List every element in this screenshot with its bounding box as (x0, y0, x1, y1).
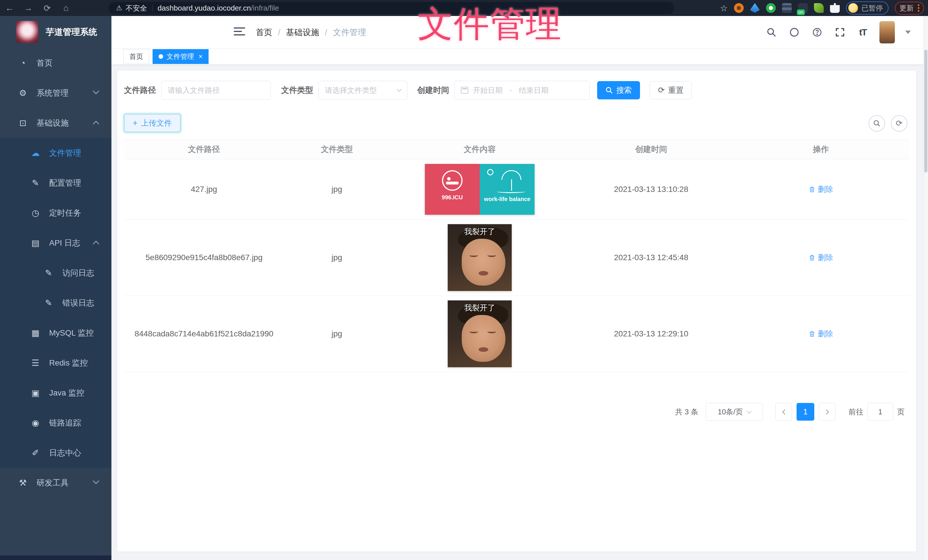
file-preview-baby-meme[interactable]: 我裂开了 (448, 224, 512, 291)
sidebar-item-config[interactable]: ✎ 配置管理 (0, 168, 111, 198)
bars-extension-icon[interactable] (782, 3, 792, 13)
content-card: 文件路径 请输入文件路径 文件类型 请选择文件类型 创建时间 开始日期 - 结束… (117, 70, 916, 551)
reset-button[interactable]: ⟳ 重置 (650, 81, 692, 99)
sidebar-item-dev-tools[interactable]: ⚒ 研发工具 (0, 468, 111, 498)
delete-button[interactable]: 删除 (809, 184, 833, 195)
leaf-extension-icon[interactable] (814, 3, 824, 13)
update-label: 更新 (899, 3, 914, 13)
browser-forward-icon[interactable]: → (19, 3, 38, 13)
table-row: 5e8609290e915c4fa8b08e67.jpg jpg 我裂开了 20… (124, 220, 909, 296)
sidebar-item-error-log[interactable]: ✎ 错误日志 (0, 288, 111, 318)
browser-menu-icon[interactable] (918, 4, 919, 12)
upload-button-label: 上传文件 (141, 118, 172, 128)
app-logo (16, 21, 38, 43)
extension-on-badge: on (797, 9, 805, 15)
paused-extension-chip[interactable]: 已暂停 (846, 2, 888, 15)
goto-page-input[interactable]: 1 (867, 403, 893, 421)
chevron-right-icon (824, 409, 829, 414)
check-extension-icon[interactable] (766, 3, 776, 13)
cell-file-content: 我裂开了 (390, 296, 570, 372)
tag-home[interactable]: 首页 (124, 49, 149, 64)
sidebar-item-infra[interactable]: ⊡ 基础设施 (0, 108, 111, 138)
plus-icon: + (133, 119, 138, 127)
col-file-content: 文件内容 (390, 139, 570, 159)
breadcrumb: 首页 / 基础设施 / 文件管理 (256, 27, 366, 38)
address-bar[interactable]: ⚠ 不安全 dashboard.yudao.iocoder.cn /infra/… (108, 2, 674, 14)
sidebar-item-java-monitor[interactable]: ▣ Java 监控 (0, 378, 111, 408)
sidebar-toggle-icon[interactable] (234, 27, 245, 38)
sidebar-item-access-log[interactable]: ✎ 访问日志 (0, 258, 111, 288)
sidebar-item-mysql-monitor[interactable]: ▦ MySQL 监控 (0, 318, 111, 348)
sidebar-item-label: 日志中心 (49, 447, 81, 458)
github-icon[interactable] (788, 26, 801, 38)
user-menu-caret-icon[interactable] (905, 30, 911, 34)
gear-extension-icon[interactable] (734, 3, 744, 13)
breadcrumb-infra[interactable]: 基础设施 (286, 27, 319, 38)
page-size-select[interactable]: 10条/页 (706, 403, 763, 421)
search-icon[interactable] (765, 26, 778, 38)
scrollbar[interactable] (923, 16, 928, 560)
reset-button-label: 重置 (668, 85, 684, 95)
browser-back-icon[interactable]: ← (0, 3, 19, 13)
sidebar-logo-row[interactable]: 芋道管理系统 (0, 16, 111, 48)
tag-file-management[interactable]: 文件管理 × (153, 49, 209, 64)
drop-extension-icon[interactable] (750, 3, 760, 13)
upload-file-button[interactable]: + 上传文件 (124, 114, 180, 132)
fullscreen-icon[interactable] (834, 26, 846, 38)
omnibox-divider (152, 4, 153, 12)
sidebar-item-system[interactable]: ⚙ 系统管理 (0, 78, 111, 108)
tag-close-icon[interactable]: × (198, 53, 203, 60)
page-size-value: 10条/页 (718, 407, 743, 417)
not-secure-warning-icon: ⚠ (116, 4, 122, 12)
font-size-icon[interactable]: tT (856, 26, 869, 38)
prev-page-button[interactable] (775, 403, 792, 421)
cloud-icon: ☁ (29, 148, 42, 158)
cell-created-at: 2021-03-13 12:29:10 (570, 296, 733, 372)
sidebar-item-file-management[interactable]: ☁ 文件管理 (0, 138, 111, 168)
sidebar-item-log-center[interactable]: ✐ 日志中心 (0, 438, 111, 468)
cell-file-type: jpg (284, 296, 390, 372)
tag-label: 文件管理 (166, 52, 194, 61)
table-grid-icon: ▦ (29, 328, 42, 338)
avatar[interactable] (879, 21, 895, 43)
scrollbar-thumb[interactable] (924, 50, 927, 172)
browser-reload-icon[interactable]: ⟳ (38, 3, 56, 13)
cell-file-path: 5e8609290e915c4fa8b08e67.jpg (124, 220, 284, 296)
browser-update-button[interactable]: 更新 (895, 2, 924, 15)
hide-search-button[interactable] (868, 115, 885, 132)
puzzle-extensions-icon[interactable] (830, 3, 840, 13)
file-preview-baby-meme[interactable]: 我裂开了 (448, 300, 512, 367)
delete-button[interactable]: 删除 (809, 329, 833, 339)
date-range-picker[interactable]: 开始日期 - 结束日期 (454, 81, 590, 100)
file-path-input[interactable]: 请输入文件路径 (161, 81, 271, 100)
help-icon[interactable] (811, 26, 823, 38)
banner-left-text: 996.ICU (425, 194, 480, 201)
chevron-down-icon (93, 88, 99, 94)
sidebar-item-redis-monitor[interactable]: ☰ Redis 监控 (0, 348, 111, 378)
file-preview-996icu-banner[interactable]: 996.ICU work-life balance (425, 164, 534, 215)
browser-home-icon[interactable]: ⌂ (56, 3, 75, 13)
chevron-up-icon (93, 121, 99, 127)
delete-button[interactable]: 删除 (809, 253, 833, 263)
breadcrumb-separator: / (278, 28, 280, 37)
sidebar-item-home[interactable]: ◔ 首页 (0, 48, 111, 78)
sidebar-item-tracing[interactable]: ◉ 链路追踪 (0, 408, 111, 438)
chevron-down-icon (397, 87, 402, 92)
switch-extension-icon[interactable]: on (798, 3, 808, 13)
page-1-button[interactable]: 1 (797, 403, 814, 421)
sidebar-item-label: 系统管理 (37, 88, 69, 99)
cell-actions: 删除 (733, 220, 909, 296)
file-table: 文件路径 文件类型 文件内容 创建时间 操作 427.jpg jpg (124, 139, 909, 372)
sidebar-item-api-log[interactable]: ▤ API 日志 (0, 228, 111, 258)
breadcrumb-home[interactable]: 首页 (256, 27, 272, 38)
file-type-select[interactable]: 请选择文件类型 (318, 81, 408, 100)
sidebar-item-label: API 日志 (49, 237, 80, 248)
refresh-table-button[interactable]: ⟳ (891, 115, 907, 132)
bookmark-star-icon[interactable]: ☆ (720, 3, 728, 13)
next-page-button[interactable] (819, 403, 835, 421)
sidebar-item-scheduled-jobs[interactable]: ◷ 定时任务 (0, 198, 111, 228)
sidebar-item-label: Java 监控 (49, 388, 84, 399)
search-button[interactable]: 搜索 (597, 81, 640, 99)
toolbox-icon: ⚒ (17, 478, 29, 488)
search-button-label: 搜索 (616, 85, 632, 95)
